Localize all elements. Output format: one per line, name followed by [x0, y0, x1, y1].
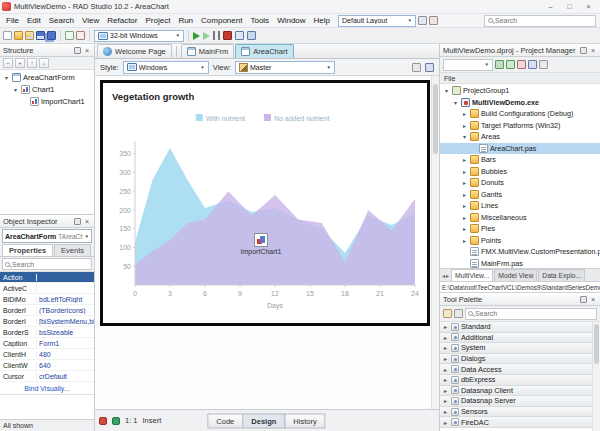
expand-icon[interactable]: ▸: [442, 344, 449, 351]
property-row[interactable]: ClientH480: [0, 349, 94, 360]
open-icon[interactable]: [14, 31, 23, 40]
close-icon[interactable]: [83, 218, 91, 226]
expand-icon[interactable]: ▸: [461, 191, 468, 198]
expand-icon[interactable]: ▸: [461, 110, 468, 117]
target-platform-combo[interactable]: 32-bit Windows: [94, 30, 184, 42]
property-value[interactable]: 480: [37, 351, 94, 358]
project-node-lines[interactable]: ▸Lines: [440, 200, 600, 212]
palette-search-box[interactable]: [465, 308, 597, 320]
structure-node-importchart1[interactable]: ImportChart1: [0, 95, 94, 107]
desktop-layout-combo[interactable]: Default Layout: [338, 15, 416, 27]
open-project-icon[interactable]: [25, 31, 34, 40]
options-icon[interactable]: [539, 60, 548, 69]
property-row[interactable]: BorderI[biSystemMenu,biM: [0, 316, 94, 327]
palette-vertical-scrollbar[interactable]: [592, 322, 600, 431]
menu-item-run[interactable]: Run: [174, 14, 197, 27]
property-value[interactable]: crDefault: [37, 373, 94, 380]
property-value[interactable]: [biSystemMenu,biM: [37, 318, 94, 325]
property-value[interactable]: Form1: [37, 340, 94, 347]
save-icon[interactable]: [36, 31, 45, 40]
project-node-pies[interactable]: ▸Pies: [440, 223, 600, 235]
tab-mainfrm[interactable]: MainFrm: [181, 44, 235, 58]
palette-category-dialogs[interactable]: ▸Dialogs: [440, 354, 592, 365]
pin-icon[interactable]: [74, 47, 81, 54]
property-row[interactable]: BorderI(TBorderIcons): [0, 305, 94, 316]
expand-icon[interactable]: ▸: [442, 387, 449, 394]
property-value[interactable]: bdLeftToRight: [37, 296, 94, 303]
minimize-icon[interactable]: [541, 0, 560, 13]
property-value[interactable]: bsSizeable: [37, 329, 94, 336]
project-node-gantts[interactable]: ▸Gantts: [440, 189, 600, 201]
select-debug-desktop-icon[interactable]: [429, 16, 438, 25]
pm-tab-multiview[interactable]: MultiView...: [451, 269, 493, 281]
structure-node-areachartform[interactable]: ▾AreaChartForm: [0, 71, 94, 83]
expand-icon[interactable]: ▸: [442, 323, 449, 330]
menu-item-refactor[interactable]: Refactor: [103, 14, 141, 27]
palette-category-firedac[interactable]: ▸FireDAC: [440, 417, 592, 428]
palette-category-system[interactable]: ▸System: [440, 343, 592, 354]
palette-category-datasnap-server[interactable]: ▸Datasnap Server: [440, 396, 592, 407]
close-icon[interactable]: [83, 47, 91, 55]
property-value[interactable]: (TBorderIcons): [37, 307, 94, 314]
trace-into-icon[interactable]: [235, 31, 244, 40]
run-no-debug-icon[interactable]: [203, 32, 210, 40]
menu-item-edit[interactable]: Edit: [23, 14, 45, 27]
expand-icon[interactable]: ▸: [442, 419, 449, 426]
menu-item-help[interactable]: Help: [310, 14, 334, 27]
expand-icon[interactable]: ▸: [442, 408, 449, 415]
pm-tab-data-explo[interactable]: Data Explo...: [538, 269, 585, 281]
project-node-areas[interactable]: ▾Areas: [440, 131, 600, 143]
structure-node-chart1[interactable]: ▾Chart1: [0, 83, 94, 95]
expand-icon[interactable]: ▾: [452, 99, 459, 106]
menu-item-view[interactable]: View: [78, 14, 103, 27]
build-icon[interactable]: [528, 60, 537, 69]
bind-visually-link[interactable]: Bind Visually...: [0, 382, 94, 395]
property-row[interactable]: ActiveC: [0, 283, 94, 294]
expand-icon[interactable]: ▸: [461, 202, 468, 209]
expand-icon[interactable]: ▾: [12, 86, 19, 93]
expand-icon[interactable]: ▾: [443, 87, 450, 94]
property-row[interactable]: BorderSbsSizeable: [0, 327, 94, 338]
view-code-button[interactable]: Code: [207, 413, 243, 428]
remove-file-icon[interactable]: [76, 31, 85, 40]
property-row[interactable]: CursorcrDefault: [0, 371, 94, 382]
maximize-icon[interactable]: [560, 0, 579, 13]
expand-icon[interactable]: ▾: [3, 74, 10, 81]
designer-grid-icon[interactable]: [425, 63, 434, 72]
project-node-target-platforms-win32[interactable]: ▸Target Platforms (Win32): [440, 120, 600, 132]
project-node-projectgroup1[interactable]: ▾ProjectGroup1: [440, 85, 600, 97]
inspector-search-input[interactable]: [12, 261, 89, 268]
pin-icon[interactable]: [580, 47, 587, 54]
close-icon[interactable]: [589, 47, 597, 55]
new-icon[interactable]: [3, 31, 12, 40]
expand-icon[interactable]: ▸: [442, 397, 449, 404]
tab-scroll-arrows[interactable]: ◂▸: [441, 272, 450, 279]
close-icon[interactable]: [589, 296, 597, 304]
scroll-left-icon[interactable]: ◂: [442, 272, 445, 279]
tab-areachart[interactable]: AreaChart: [235, 44, 293, 58]
expand-icon[interactable]: ▸: [461, 179, 468, 186]
project-node-points[interactable]: ▸Points: [440, 235, 600, 247]
search-input[interactable]: [495, 17, 592, 24]
expand-all-icon[interactable]: +: [15, 58, 25, 68]
expand-icon[interactable]: ▾: [461, 133, 468, 140]
move-down-icon[interactable]: ↓: [39, 58, 49, 68]
close-icon[interactable]: [579, 0, 598, 13]
remove-icon[interactable]: [517, 60, 526, 69]
project-node-build-configurations-debug[interactable]: ▸Build Configurations (Debug): [440, 108, 600, 120]
expand-icon[interactable]: ▸: [442, 376, 449, 383]
expand-icon[interactable]: ▸: [461, 214, 468, 221]
tab-welcome-page[interactable]: Welcome Page: [97, 44, 172, 58]
ide-search-box[interactable]: [484, 15, 596, 27]
pause-icon[interactable]: [213, 31, 220, 40]
project-node-fmx-multiview-custompresentation-pas[interactable]: FMX.MultiView.CustomPresentation.pas: [440, 246, 600, 258]
project-node-miscellaneous[interactable]: ▸Miscellaneous: [440, 212, 600, 224]
step-over-icon[interactable]: [247, 31, 256, 40]
palette-category-data-access[interactable]: ▸Data Access: [440, 364, 592, 375]
project-selector-combo[interactable]: [443, 59, 493, 71]
project-node-areachart-pas[interactable]: AreaChart.pas: [440, 143, 600, 155]
property-row[interactable]: Action: [0, 272, 94, 283]
menu-item-file[interactable]: File: [2, 14, 23, 27]
move-up-icon[interactable]: ↑: [27, 58, 37, 68]
save-all-icon[interactable]: [47, 31, 56, 40]
